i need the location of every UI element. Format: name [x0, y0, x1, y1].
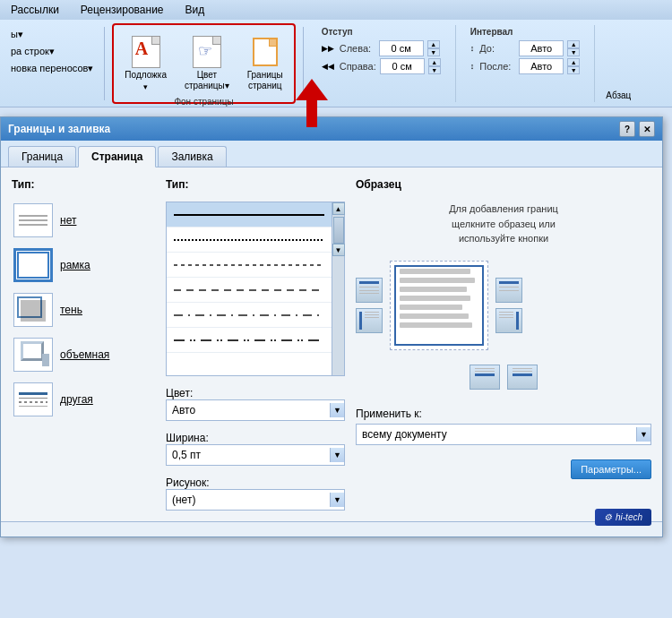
width-label: Ширина: — [166, 432, 345, 444]
dialog-close-button[interactable]: ✕ — [639, 121, 655, 137]
type-frame-label: рамка — [60, 259, 90, 271]
type-shadow-icon — [13, 293, 53, 327]
type-frame[interactable]: рамка — [12, 246, 155, 284]
hitech-logo: ⚙ — [604, 512, 612, 522]
paragraph-group-label: Абзац — [599, 23, 638, 104]
watermark-button[interactable]: A Подложка ▾ — [119, 32, 172, 95]
type-shadow[interactable]: тень — [12, 291, 155, 329]
type-none-icon — [13, 203, 53, 237]
menu-review[interactable]: Рецензирование — [77, 2, 168, 18]
tab-border[interactable]: Граница — [8, 146, 76, 167]
type-none-label: нет — [60, 214, 76, 227]
line-type-list[interactable] — [167, 202, 332, 375]
type-custom-label: другая — [60, 393, 93, 406]
dialog-borders-fill: Границы и заливка ? ✕ Граница Страница З… — [0, 116, 663, 537]
line-dashed-2[interactable] — [167, 278, 332, 303]
indent-right-label: Справа: — [340, 61, 376, 72]
interval-title: Интервал — [470, 27, 581, 37]
watermark-label: Подложка — [125, 70, 167, 81]
apply-dropdown[interactable]: всему документу ▼ — [356, 424, 651, 445]
preview-left-border-btn[interactable] — [356, 308, 383, 333]
width-dropdown[interactable]: 0,5 пт ▼ — [166, 444, 345, 466]
preview-top-border-btn-right[interactable] — [495, 278, 522, 303]
hitech-text: hi-tech — [616, 512, 642, 522]
color-section: Цвет: Авто ▼ — [166, 387, 345, 421]
dialog-tabs: Граница Страница Заливка — [1, 141, 662, 167]
scrollbar-down[interactable]: ▼ — [332, 244, 345, 256]
parameters-button[interactable]: Параметры... — [571, 459, 651, 479]
preview-content — [400, 269, 478, 328]
left-panel: Тип: нет рамка — [12, 178, 155, 511]
type-label-middle: Тип: — [166, 178, 345, 191]
right-panel: Образец Для добавления границщелкните об… — [356, 178, 651, 511]
indent-right-value[interactable]: 0 см — [380, 58, 425, 74]
type-custom[interactable]: другая — [12, 381, 155, 418]
indent-right-spinner[interactable]: ▲ ▼ — [428, 58, 441, 74]
line-dashed-3[interactable] — [167, 303, 332, 328]
indent-left-value[interactable]: 0 см — [379, 40, 424, 56]
line-solid[interactable] — [167, 202, 332, 227]
width-dropdown-arrow[interactable]: ▼ — [330, 448, 344, 462]
scrollbar-thumb[interactable] — [333, 217, 344, 244]
ribbon-item-ы[interactable]: ы▾ — [7, 27, 97, 42]
preview-bottom-left-btn[interactable] — [470, 365, 500, 390]
line-type-scrollbar[interactable]: ▲ ▼ — [332, 202, 344, 375]
menu-view[interactable]: Вид — [182, 2, 209, 18]
page-color-label: Цветстраницы▾ — [185, 70, 229, 91]
scrollbar-up[interactable]: ▲ — [332, 202, 345, 215]
type-none[interactable]: нет — [12, 202, 155, 239]
borders-button[interactable]: Границыстраниц — [242, 32, 289, 95]
preview-left-buttons — [356, 278, 383, 333]
hitech-badge: ⚙ hi-tech — [595, 509, 651, 526]
color-label: Цвет: — [166, 387, 345, 399]
preview-right-buttons — [495, 278, 522, 333]
page-color-button[interactable]: ☞ Цветстраницы▾ — [179, 32, 235, 95]
apply-section: Применить к: всему документу ▼ — [356, 408, 651, 445]
dialog-title: Границы и заливка — [8, 123, 110, 135]
type-label-left: Тип: — [12, 178, 155, 191]
interval-after-spinner[interactable]: ▲ ▼ — [567, 58, 580, 74]
apply-dropdown-arrow[interactable]: ▼ — [636, 427, 650, 442]
apply-label: Применить к: — [356, 408, 651, 420]
page-background-label: Фон страницы — [174, 97, 233, 107]
preview-area — [356, 261, 651, 350]
dialog-help-button[interactable]: ? — [619, 121, 635, 137]
interval-before-label: До: — [479, 43, 515, 54]
borders-label: Границыстраниц — [247, 70, 283, 91]
width-section: Ширина: 0,5 пт ▼ — [166, 432, 345, 466]
interval-after-value[interactable]: Авто — [519, 58, 564, 74]
type-shadow-label: тень — [60, 304, 82, 316]
type-frame-icon — [13, 248, 53, 282]
interval-before-spinner[interactable]: ▲ ▼ — [567, 40, 580, 56]
line-type-list-container: ▲ ▼ — [166, 202, 345, 376]
menu-mailings[interactable]: Рассылки — [7, 2, 63, 18]
tab-fill[interactable]: Заливка — [158, 146, 226, 167]
type-3d[interactable]: объемная — [12, 336, 155, 373]
type-3d-label: объемная — [60, 348, 109, 361]
indent-left-spinner[interactable]: ▲ ▼ — [427, 40, 440, 56]
picture-label: Рисунок: — [166, 476, 345, 489]
ribbon-item-rows[interactable]: ра строк▾ — [7, 44, 97, 59]
picture-dropdown[interactable]: (нет) ▼ — [166, 489, 345, 511]
preview-bottom-right-btn[interactable] — [507, 365, 538, 390]
color-dropdown-arrow[interactable]: ▼ — [330, 403, 344, 417]
indent-title: Отступ — [322, 27, 441, 37]
interval-after-icon: ↕ — [470, 62, 475, 71]
ribbon-item-hyphens[interactable]: новка переносов▾ — [7, 61, 97, 76]
tab-page[interactable]: Страница — [78, 146, 156, 167]
preview-canvas[interactable] — [390, 261, 488, 350]
interval-before-value[interactable]: Авто — [519, 40, 564, 56]
picture-dropdown-arrow[interactable]: ▼ — [330, 493, 344, 507]
preview-bottom-buttons — [356, 365, 651, 390]
indent-left-label: Слева: — [340, 43, 375, 54]
preview-title: Образец — [356, 178, 651, 191]
dialog-titlebar: Границы и заливка ? ✕ — [1, 117, 662, 141]
line-dashed-4[interactable] — [167, 328, 332, 353]
preview-top-border-btn[interactable] — [356, 278, 383, 303]
parameters-area: Параметры... — [356, 459, 651, 479]
preview-right-border-btn[interactable] — [495, 308, 522, 333]
middle-panel: Тип: — [166, 178, 345, 511]
color-dropdown[interactable]: Авто ▼ — [166, 399, 345, 421]
line-dashed-1[interactable] — [167, 253, 332, 278]
line-dotted[interactable] — [167, 227, 332, 253]
